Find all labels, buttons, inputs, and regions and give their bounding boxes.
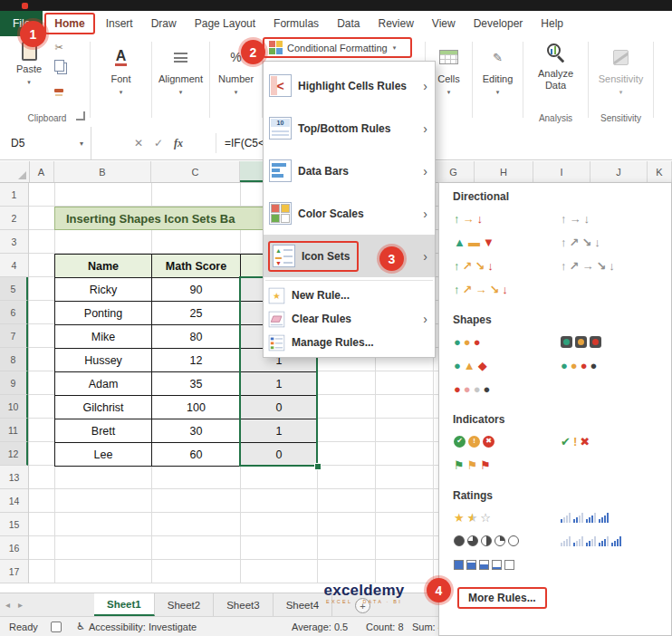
sheet-tab-sheet2[interactable]: Sheet2 (155, 593, 214, 616)
menu-item-icon-sets[interactable]: ▲▬▼Icon Sets› (264, 235, 435, 277)
row-header-7[interactable]: 7 (0, 324, 28, 348)
column-header-k[interactable]: K (648, 161, 672, 182)
dialog-launcher-icon[interactable] (76, 111, 85, 120)
row-header-4[interactable]: 4 (0, 254, 28, 277)
ribbon-tab-insert[interactable]: Insert (97, 11, 142, 36)
enter-icon[interactable]: ✓ (154, 127, 163, 159)
column-header-c[interactable]: C (151, 161, 240, 182)
analyze-data-button[interactable]: Analyze Data (523, 42, 588, 91)
cell-name[interactable]: Mike (55, 325, 152, 349)
menu-item-top-bottom-rules[interactable]: 10Top/Bottom Rules› (264, 107, 435, 149)
menu-item-color-scales[interactable]: Color Scales› (264, 192, 435, 235)
accessibility-status[interactable]: ♿ Accessibility: Investigate (76, 617, 197, 636)
icon-set-option[interactable] (555, 332, 657, 352)
ribbon-tab-developer[interactable]: Developer (465, 11, 533, 36)
sheet-tab-sheet3[interactable]: Sheet3 (214, 593, 273, 616)
menu-item-highlight-cells-rules[interactable]: <Highlight Cells Rules› (264, 64, 435, 107)
row-header-2[interactable]: 2 (0, 207, 28, 230)
cell-score[interactable]: 80 (152, 325, 241, 349)
icon-set-option[interactable]: ⚑⚑⚑ (448, 455, 550, 476)
paste-button[interactable]: Paste ▾ (11, 40, 47, 86)
icon-set-option[interactable]: ↑↗→↘↓ (555, 255, 657, 276)
row-header-14[interactable]: 14 (0, 489, 28, 513)
cell-name[interactable]: Ponting (55, 302, 152, 325)
cell-name[interactable]: Gilchrist (55, 396, 152, 419)
column-header-i[interactable]: I (533, 161, 590, 182)
row-header-1[interactable]: 1 (0, 183, 28, 207)
cell-score[interactable]: 30 (152, 419, 241, 443)
row-header-15[interactable]: 15 (0, 513, 28, 536)
column-header-g[interactable]: G (433, 161, 475, 182)
menu-item-clear-rules[interactable]: Clear Rules› (264, 307, 435, 331)
cell-score[interactable]: 60 (152, 443, 241, 467)
fill-handle[interactable] (314, 463, 322, 470)
column-header-b[interactable]: B (54, 161, 151, 182)
column-header-j[interactable]: J (590, 161, 648, 182)
more-rules-item[interactable]: More Rules... (457, 587, 547, 609)
menu-item-manage-rules[interactable]: Manage Rules... (264, 331, 435, 354)
copy-icon[interactable] (54, 60, 64, 72)
select-all-corner[interactable] (0, 161, 30, 182)
cell-result[interactable]: 0 (241, 396, 318, 419)
menu-item-data-bars[interactable]: Data Bars› (264, 149, 435, 192)
icon-set-option[interactable]: ✔!✖ (555, 431, 657, 452)
icon-set-option[interactable] (555, 531, 657, 552)
icon-set-option[interactable]: ●●●● (555, 355, 657, 376)
cell-name[interactable]: Ricky (55, 278, 152, 302)
cell-score[interactable]: 35 (152, 372, 241, 396)
cell-name[interactable]: Lee (55, 443, 152, 467)
name-box-dropdown-icon[interactable]: ▾ (80, 140, 83, 148)
ribbon-tab-data[interactable]: Data (328, 11, 369, 36)
row-header-16[interactable]: 16 (0, 536, 28, 560)
row-header-12[interactable]: 12 (0, 442, 28, 466)
tabs-scroll-left-icon[interactable]: ◂ (5, 600, 10, 610)
icon-set-option[interactable] (448, 554, 550, 575)
ribbon-tab-review[interactable]: Review (369, 11, 422, 36)
sheet-tab-sheet4[interactable]: Sheet4 (274, 593, 332, 616)
cancel-icon[interactable]: ✕ (134, 127, 143, 159)
cell-score[interactable]: 12 (152, 349, 241, 372)
ribbon-tab-home[interactable]: Home (44, 13, 94, 34)
icon-set-option[interactable]: ●▲◆ (448, 355, 550, 376)
row-header-6[interactable]: 6 (0, 301, 28, 324)
row-header-17[interactable]: 17 (0, 560, 28, 583)
icon-set-option[interactable]: ↑→↓ (555, 208, 657, 229)
format-painter-icon[interactable] (54, 89, 63, 92)
ribbon-tab-view[interactable]: View (423, 11, 465, 36)
cell-score[interactable]: 90 (152, 278, 241, 302)
ribbon-tab-draw[interactable]: Draw (142, 11, 186, 36)
cell-score[interactable]: 100 (152, 396, 241, 419)
ribbon-tab-formulas[interactable]: Formulas (264, 11, 328, 36)
cell-score[interactable]: 25 (152, 302, 241, 325)
icon-set-option[interactable] (448, 531, 550, 552)
editing-group[interactable]: ✎ Editing ▾ (473, 36, 523, 127)
cell-name[interactable]: Brett (55, 419, 152, 443)
cut-icon[interactable]: ✂ (49, 42, 69, 53)
icon-set-option[interactable]: ▲▬▼ (448, 232, 550, 253)
column-header-a[interactable]: A (29, 161, 54, 182)
icon-set-option[interactable] (555, 507, 657, 528)
conditional-formatting-button[interactable]: Conditional Formatting ▾ (263, 37, 412, 58)
icon-set-option[interactable]: ●●●● (448, 379, 550, 400)
icon-set-option[interactable]: ↑→↓ (448, 208, 550, 229)
row-header-10[interactable]: 10 (0, 395, 28, 419)
new-sheet-button[interactable]: + (355, 598, 370, 613)
cell-result[interactable]: 0 (241, 443, 318, 467)
column-header-h[interactable]: H (475, 161, 533, 182)
insert-function-icon[interactable]: fx (174, 127, 183, 159)
ribbon-tab-page-layout[interactable]: Page Layout (186, 11, 264, 36)
macro-record-icon[interactable] (51, 617, 62, 636)
icon-set-option[interactable]: ↑↗↘↓ (555, 232, 657, 253)
ribbon-tab-help[interactable]: Help (532, 11, 572, 36)
sheet-tab-sheet1[interactable]: Sheet1 (94, 593, 155, 616)
cell-name[interactable]: Adam (55, 372, 152, 396)
tabs-scroll-right-icon[interactable]: ▸ (18, 600, 23, 610)
row-header-11[interactable]: 11 (0, 419, 28, 442)
icon-set-option[interactable]: ★★★☆ (448, 507, 550, 528)
icon-set-option[interactable]: ✔!✖ (448, 431, 550, 452)
sensitivity-button[interactable]: Sensitivity ▾ (589, 43, 653, 96)
row-header-13[interactable]: 13 (0, 466, 28, 489)
icon-set-option[interactable]: ↑↗→↘↓ (448, 279, 550, 300)
alignment-group[interactable]: Alignment ▾ (152, 36, 209, 127)
row-header-9[interactable]: 9 (0, 371, 28, 395)
